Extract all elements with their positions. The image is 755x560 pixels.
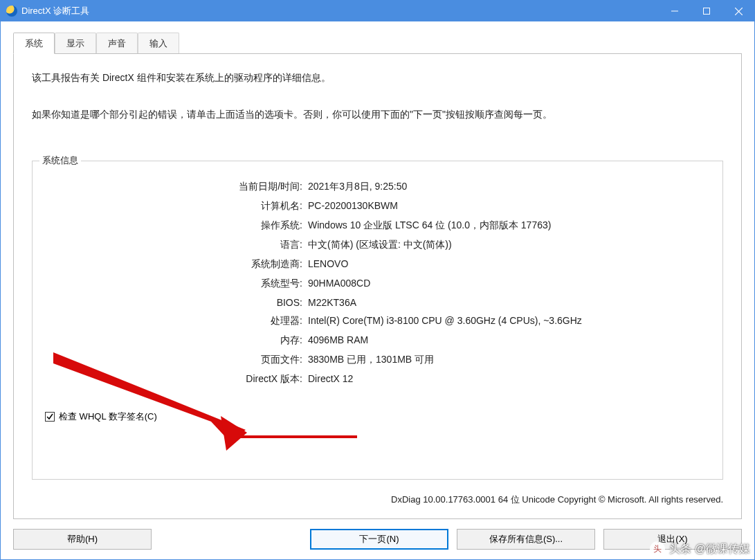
titlebar[interactable]: DirectX 诊断工具: [1, 1, 754, 21]
tab-display[interactable]: 显示: [55, 33, 96, 53]
row-directx-version: DirectX 版本:DirectX 12: [45, 373, 710, 386]
client-area: 系统 显示 声音 输入 该工具报告有关 DirectX 组件和安装在系统上的驱动…: [1, 21, 754, 559]
row-processor: 处理器:Intel(R) Core(TM) i3-8100 CPU @ 3.60…: [45, 315, 710, 327]
dxdiag-window: DirectX 诊断工具 系统 显示 声音 输入 该工具报告有关 DirectX…: [0, 0, 755, 560]
info-rows: 当前日期/时间:2021年3月8日, 9:25:50 计算机名:PC-20200…: [45, 181, 710, 386]
intro-line2: 如果你知道是哪个部分引起的错误，请单击上面适当的选项卡。否则，你可以使用下面的"…: [32, 107, 723, 122]
tab-label: 声音: [108, 38, 126, 48]
help-button[interactable]: 帮助(H): [13, 529, 152, 550]
minimize-button[interactable]: [659, 1, 691, 21]
exit-button[interactable]: 退出(X): [603, 529, 742, 550]
tab-input[interactable]: 输入: [138, 33, 179, 53]
svg-rect-1: [704, 8, 710, 15]
row-datetime: 当前日期/时间:2021年3月8日, 9:25:50: [45, 181, 710, 193]
row-computer-name: 计算机名:PC-20200130KBWM: [45, 200, 710, 213]
row-os: 操作系统:Windows 10 企业版 LTSC 64 位 (10.0，内部版本…: [45, 219, 710, 232]
intro-text: 该工具报告有关 DirectX 组件和安装在系统上的驱动程序的详细信息。 如果你…: [32, 71, 723, 122]
tab-label: 系统: [25, 38, 43, 48]
row-model: 系统型号:90HMA008CD: [45, 278, 710, 290]
window-title: DirectX 诊断工具: [21, 5, 89, 17]
tabstrip: 系统 显示 声音 输入: [13, 33, 742, 53]
system-info-group: 系统信息 当前日期/时间:2021年3月8日, 9:25:50 计算机名:PC-…: [32, 161, 723, 480]
dxdiag-icon: [6, 6, 17, 17]
tab-system[interactable]: 系统: [13, 33, 55, 54]
row-bios: BIOS:M22KT36A: [45, 297, 710, 308]
tab-label: 输入: [149, 38, 167, 48]
next-page-button[interactable]: 下一页(N): [310, 529, 448, 550]
close-button[interactable]: [722, 1, 754, 21]
checkmark-icon[interactable]: [45, 412, 55, 422]
save-all-button[interactable]: 保存所有信息(S)...: [457, 529, 595, 550]
row-memory: 内存:4096MB RAM: [45, 334, 710, 347]
copyright-text: DxDiag 10.00.17763.0001 64 位 Unicode Cop…: [32, 494, 723, 506]
tab-sound[interactable]: 声音: [96, 33, 138, 53]
button-row: 帮助(H) 下一页(N) 保存所有信息(S)... 退出(X): [13, 529, 742, 550]
row-language: 语言:中文(简体) (区域设置: 中文(简体)): [45, 239, 710, 251]
row-manufacturer: 系统制造商:LENOVO: [45, 258, 710, 271]
row-pagefile: 页面文件:3830MB 已用，1301MB 可用: [45, 354, 710, 366]
intro-line1: 该工具报告有关 DirectX 组件和安装在系统上的驱动程序的详细信息。: [32, 71, 723, 85]
group-title: 系统信息: [39, 154, 81, 167]
whql-checkbox-row[interactable]: 检查 WHQL 数字签名(C): [45, 410, 710, 423]
maximize-button[interactable]: [691, 1, 722, 21]
whql-checkbox-label: 检查 WHQL 数字签名(C): [59, 410, 157, 423]
tab-label: 显示: [66, 38, 84, 48]
tabpage-system: 该工具报告有关 DirectX 组件和安装在系统上的驱动程序的详细信息。 如果你…: [13, 53, 742, 519]
